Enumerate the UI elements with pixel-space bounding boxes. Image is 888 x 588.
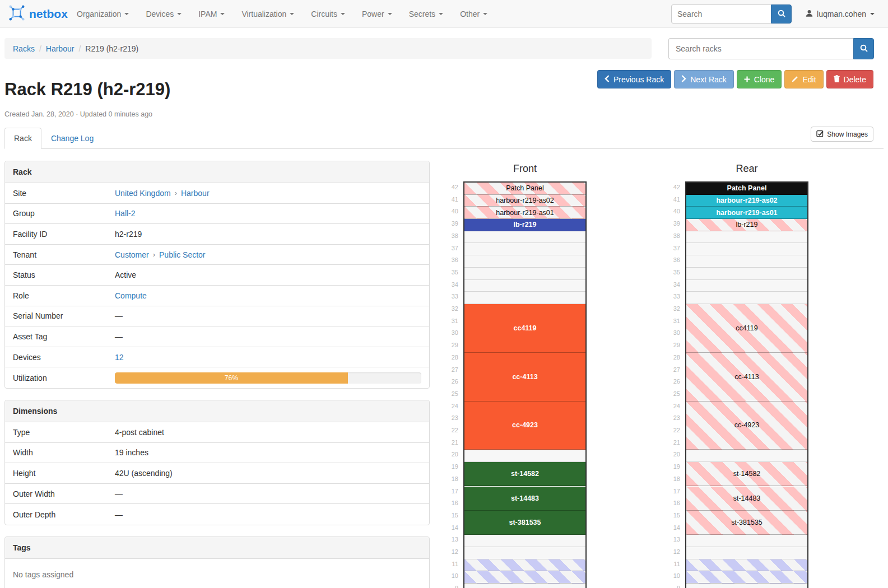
rack-unit-reserved [464, 559, 585, 572]
detail-value: Active [115, 270, 429, 279]
detail-label: Outer Depth [5, 510, 115, 519]
unit-number: 25 [439, 388, 458, 400]
tab-change-log[interactable]: Change Log [41, 128, 103, 149]
next-rack-button[interactable]: Next Rack [674, 70, 734, 88]
rack-device-block[interactable]: cc-4113 [464, 353, 585, 402]
detail-row: Serial Number— [5, 306, 429, 327]
rack-device-block[interactable]: cc-4923 [686, 402, 807, 450]
rack-device-block[interactable]: harbour-r219-as01 [464, 207, 585, 219]
rack-device-block[interactable]: cc4119 [686, 304, 807, 353]
menu-item-secrets[interactable]: Secrets [401, 0, 452, 28]
menu-item-devices[interactable]: Devices [137, 0, 190, 28]
menu-item-organization[interactable]: Organization [68, 0, 137, 28]
unit-number: 40 [439, 206, 458, 218]
unit-number: 38 [661, 230, 680, 242]
unit-number: 20 [661, 449, 680, 461]
menu-item-virtualization[interactable]: Virtualization [233, 0, 303, 28]
rack-search-button[interactable] [853, 38, 874, 59]
menu-label: Devices [146, 10, 174, 18]
rack-device-block[interactable]: Patch Panel [686, 183, 807, 195]
tab-rack[interactable]: Rack [4, 128, 41, 149]
detail-row: Utilization76% [5, 367, 429, 388]
previous-rack-button[interactable]: Previous Rack [597, 70, 671, 88]
detail-link[interactable]: Public Sector [159, 250, 205, 259]
detail-label: Utilization [5, 374, 115, 382]
unit-number: 36 [661, 254, 680, 267]
menu-item-circuits[interactable]: Circuits [303, 0, 354, 28]
rack-device-block[interactable]: lb-r219 [686, 219, 807, 231]
value-separator: › [153, 250, 155, 259]
plus-icon [744, 75, 750, 84]
detail-link[interactable]: United Kingdom [115, 189, 171, 198]
chevron-down-icon [439, 13, 443, 15]
menu-item-power[interactable]: Power [354, 0, 401, 28]
menu-item-other[interactable]: Other [452, 0, 496, 28]
unit-number: 16 [439, 497, 458, 510]
detail-value: — [115, 510, 429, 519]
detail-value: United Kingdom›Harbour [115, 189, 429, 198]
rack-device-block[interactable]: cc4119 [464, 304, 585, 353]
rack-device-block[interactable]: st-14483 [464, 487, 585, 511]
rack-device-block[interactable]: st-14483 [686, 487, 807, 511]
rack-device-block[interactable]: st-381535 [686, 511, 807, 535]
device-label: cc-4923 [512, 421, 538, 429]
user-icon [806, 10, 813, 18]
delete-button[interactable]: Delete [826, 70, 873, 88]
clone-button[interactable]: Clone [737, 70, 782, 88]
rack-device-block[interactable]: harbour-r219-as02 [686, 195, 807, 207]
unit-number: 26 [661, 376, 680, 388]
unit-number: 9 [661, 582, 680, 588]
rack-device-block[interactable]: st-14582 [686, 462, 807, 486]
breadcrumb-link[interactable]: Harbour [46, 44, 75, 53]
rack-device-block[interactable]: harbour-r219-as02 [464, 195, 585, 207]
chevron-down-icon [290, 13, 294, 15]
breadcrumb-link[interactable]: Racks [13, 44, 35, 53]
rack-device-block[interactable]: cc-4113 [686, 353, 807, 402]
rack-device-block[interactable]: Patch Panel [464, 183, 585, 195]
unit-number: 39 [661, 218, 680, 230]
detail-link[interactable]: Harbour [181, 189, 210, 198]
rack-device-block[interactable]: cc-4923 [464, 402, 585, 450]
rack-device-block[interactable]: st-381535 [464, 511, 585, 535]
detail-label: Width [5, 448, 115, 457]
menu-label: Power [362, 10, 384, 18]
detail-link[interactable]: Hall-2 [115, 209, 136, 218]
brand-name: netbox [29, 7, 68, 21]
device-label: Patch Panel [506, 184, 543, 192]
trash-icon [834, 75, 840, 84]
detail-link[interactable]: Customer [115, 250, 149, 259]
rack-device-block[interactable]: st-14582 [464, 462, 585, 486]
unit-number: 10 [661, 570, 680, 582]
device-label: harbour-r219-as02 [496, 197, 554, 204]
user-menu[interactable]: luqman.cohen [806, 0, 875, 28]
detail-value: — [115, 332, 429, 341]
rack-search-input[interactable] [668, 38, 853, 59]
search-input[interactable] [671, 4, 771, 24]
detail-value: 76% [115, 372, 429, 384]
unit-number: 23 [661, 412, 680, 424]
unit-number: 15 [439, 510, 458, 522]
device-label: lb-r219 [736, 221, 758, 228]
detail-link[interactable]: Compute [115, 291, 147, 300]
detail-text: 19 inches [115, 448, 148, 457]
netbox-logo[interactable]: netbox [8, 0, 68, 28]
unit-number: 32 [439, 303, 458, 315]
edit-button[interactable]: Edit [784, 70, 823, 88]
detail-row: StatusActive [5, 265, 429, 286]
detail-label: Type [5, 428, 115, 437]
rack-unit-empty [464, 280, 585, 292]
unit-number: 12 [661, 546, 680, 558]
unit-number: 10 [439, 570, 458, 582]
detail-row: Facility IDh2-r219 [5, 224, 429, 245]
unit-number: 40 [661, 206, 680, 218]
rack-unit-empty [686, 547, 807, 559]
show-images-button[interactable]: Show Images [811, 127, 873, 142]
rack-device-block[interactable]: lb-r219 [464, 219, 585, 231]
rack-device-block[interactable]: harbour-r219-as01 [686, 207, 807, 219]
search-button[interactable] [771, 4, 792, 24]
tab-bar: RackChange Log [4, 126, 884, 149]
detail-link[interactable]: 12 [115, 353, 124, 362]
menu-item-ipam[interactable]: IPAM [190, 0, 233, 28]
rack-unit-reserved [686, 571, 807, 584]
menu-label: Organization [77, 10, 121, 18]
